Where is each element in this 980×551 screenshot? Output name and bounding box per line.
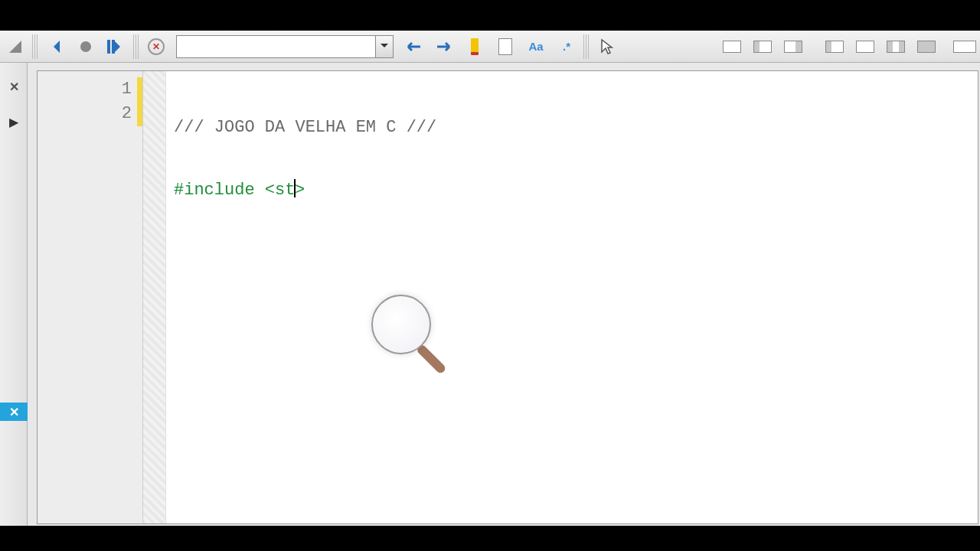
left-rail: ✕ ▶ ✕ [0,63,28,526]
find-next-button[interactable] [430,33,458,60]
change-marker [137,77,142,102]
new-doc-button[interactable] [492,33,519,60]
highlight-button[interactable] [461,33,488,60]
line-number: 2 [38,102,142,126]
layout-panel-5-button[interactable] [851,33,879,60]
panel-icon [753,41,772,53]
toolbar-grip [133,34,139,59]
chevron-right-icon: ▶ [9,115,18,129]
comment-text: /// JOGO DA VELHA EM C /// [174,118,436,137]
clear-icon [148,38,165,55]
tool-corner-button[interactable] [2,33,29,60]
panel-icon [887,41,905,53]
layout-panel-1-button[interactable] [718,33,746,60]
regex-icon: .* [563,40,570,53]
code-area[interactable]: /// JOGO DA VELHA EM C /// #include <st> [166,71,978,523]
panel-icon [825,41,844,53]
rail-close-button[interactable]: ✕ [2,75,25,98]
code-line: #include <st> [174,178,978,203]
layout-panel-7-button[interactable] [913,33,940,60]
line-number-gutter: 1 2 [38,71,143,523]
layout-panel-6-button[interactable] [882,33,910,60]
code-editor[interactable]: 1 2 /// JOGO DA VELHA EM C /// #include … [37,70,978,524]
search-dropdown-button[interactable] [375,35,394,58]
new-doc-icon [498,38,512,55]
panel-icon [856,41,874,53]
layout-panel-3-button[interactable] [779,33,807,60]
nav-marker-button[interactable] [72,33,100,60]
toolbar: Aa .* [0,31,980,63]
fold-margin [143,71,166,523]
change-marker [137,102,142,126]
search-combo [176,35,394,58]
nav-back-button[interactable] [41,33,69,60]
layout-panel-wide-button[interactable] [951,33,978,60]
panel-icon [917,41,936,53]
preprocessor-text: > [295,181,305,200]
nav-step-button[interactable] [103,33,130,60]
match-case-icon: Aa [528,40,543,53]
rail-tab-close-button[interactable]: ✕ [0,403,28,421]
panel-icon [953,41,976,53]
code-line: /// JOGO DA VELHA EM C /// [174,116,978,140]
select-tool-button[interactable] [593,33,620,60]
line-number-text: 2 [122,104,132,123]
layout-panel-4-button[interactable] [821,33,848,60]
line-number-text: 1 [122,80,132,99]
close-icon: ✕ [9,80,19,94]
panel-icon [784,41,802,53]
layout-panel-2-button[interactable] [749,33,776,60]
clear-search-button[interactable] [142,33,170,60]
toolbar-grip [32,34,38,59]
app-window: Aa .* ✕ ▶ ✕ [0,31,980,526]
close-icon: ✕ [9,405,19,419]
panel-icon [723,41,741,53]
find-prev-button[interactable] [400,33,427,60]
search-input[interactable] [176,35,375,58]
preprocessor-text: #include <st [174,181,295,200]
line-number: 1 [38,77,142,102]
highlight-icon [471,38,479,55]
toolbar-grip [583,34,590,59]
match-case-button[interactable]: Aa [522,33,550,60]
rail-expand-button[interactable]: ▶ [2,110,25,133]
regex-button[interactable]: .* [553,33,580,60]
